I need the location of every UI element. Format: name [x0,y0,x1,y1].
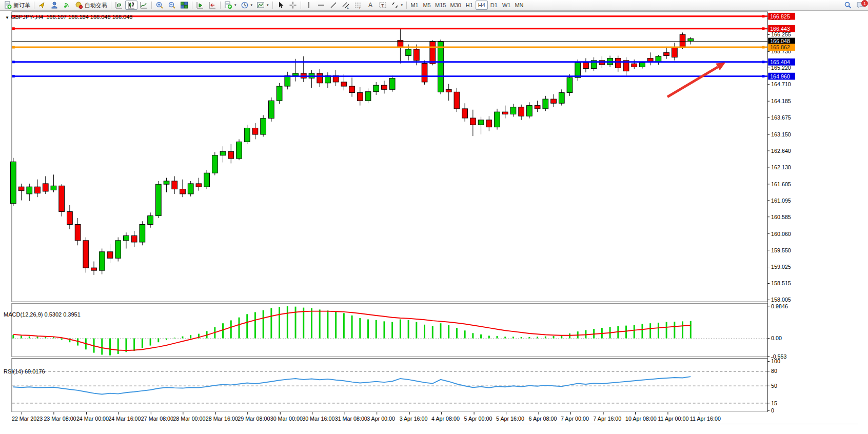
line-handle[interactable] [12,27,15,30]
price-badge-value: 166.048 [770,38,790,44]
time-axis-label: 24 Mar 00:00 [76,416,109,422]
timeframe-m1-button[interactable]: M1 [408,1,421,10]
candle [91,268,97,270]
candle [277,86,282,101]
candle [107,252,113,259]
periods-button[interactable]: ▾ [239,1,255,10]
line-handle[interactable] [12,46,15,49]
line-handle[interactable] [762,46,765,49]
zoom-in-button[interactable] [153,1,166,10]
price-axis-tick: 158.005 [771,297,791,303]
search-button[interactable] [842,1,854,10]
line-handle[interactable] [12,61,15,63]
tile-windows-button[interactable] [178,1,190,10]
crosshair-button[interactable] [287,1,299,10]
price-badge-value: 164.960 [770,73,790,80]
candle [236,142,242,159]
candle [430,42,436,64]
timeframe-w1-button[interactable]: W1 [500,1,513,10]
chevron-down-icon: ▾ [267,3,269,7]
horizontal-line-button[interactable] [315,1,327,10]
timeframe-h1-button[interactable]: H1 [463,1,476,10]
arrows-button[interactable]: ▾ [389,1,405,10]
candle [373,85,379,92]
text-button[interactable]: A [364,1,377,10]
candle [583,63,589,68]
signal-button[interactable] [61,1,73,10]
signal-icon [63,1,71,9]
toolbar-separator [406,2,407,9]
candlestick-chart-button[interactable] [125,1,137,10]
line-handle[interactable] [762,27,765,30]
price-chart-canvas[interactable]: 166.765166.255165.730165.220164.710164.1… [0,11,868,434]
vertical-line-button[interactable] [303,1,315,10]
candle [59,186,65,211]
candle [357,93,363,101]
timeframe-d1-button[interactable]: D1 [488,1,500,10]
candle [244,128,250,142]
templates-icon [257,1,265,9]
candle [148,216,153,225]
timeframe-m15-button[interactable]: M15 [433,1,448,10]
time-axis-label: 4 Apr 08:00 [431,416,460,422]
fibonacci-button[interactable]: F [352,1,364,10]
line-chart-button[interactable] [137,1,150,10]
zoom-out-button[interactable] [166,1,178,10]
line-handle[interactable] [762,61,765,63]
chart-shift-icon [208,1,216,9]
line-handle[interactable] [12,75,15,77]
price-axis-tick: 160.585 [771,214,791,220]
candle [18,187,24,191]
toolbar-separator [192,2,192,9]
new-order-button[interactable]: 新订单 [2,1,32,10]
toolbar-separator [151,2,152,9]
equidistant-channel-button[interactable]: E [340,1,352,10]
price-axis[interactable]: 166.765166.255165.730165.220164.710164.1… [767,13,795,413]
candle [567,77,573,92]
time-axis-label: 6 Apr 08:00 [529,416,557,422]
candle [688,38,694,41]
candle [67,211,73,224]
templates-button[interactable]: ▾ [254,1,271,10]
time-axis-label: 7 Apr 00:00 [561,416,589,422]
rsi-axis-tick: 50 [771,383,777,389]
timeframe-m30-button[interactable]: M30 [448,1,463,10]
candle [502,112,508,114]
candle [406,49,411,56]
auto-trading-icon [75,1,83,9]
line-handle[interactable] [762,75,765,77]
time-axis-label: 31 Mar 08:00 [335,416,367,422]
candle [155,184,161,215]
bar-chart-button[interactable] [113,1,125,10]
price-axis-tick: 161.605 [771,181,791,187]
quotes-button[interactable] [36,1,48,10]
auto-trading-button[interactable]: 自动交易 [73,1,109,10]
fibonacci-icon: F [354,1,362,9]
text-icon: A [366,1,374,9]
price-axis-tick: 159.025 [771,264,791,270]
candle [212,155,218,173]
timeframe-h4-button[interactable]: H4 [476,1,488,10]
symbol-dropdown-icon[interactable]: ▼ [5,15,9,20]
toolbar-separator [220,2,221,9]
timeframe-mn-button[interactable]: MN [512,1,525,10]
line-handle[interactable] [762,15,765,17]
price-axis-tick: 162.130 [771,164,791,170]
candle [180,189,186,194]
chat-button[interactable]: 1 [854,1,866,10]
chart-shift-button[interactable] [206,1,219,10]
profile-button[interactable] [48,1,61,10]
timeframe-m5-button[interactable]: M5 [421,1,433,10]
candle [551,99,557,103]
text-label-button[interactable]: T [377,1,389,10]
auto-scroll-button[interactable] [194,1,206,10]
trendline-button[interactable] [327,1,340,10]
indicators-icon [224,1,232,9]
indicators-button[interactable]: ▾ [222,1,239,10]
candle [422,64,427,82]
svg-text:T: T [381,3,384,8]
candle [124,235,129,240]
cursor-button[interactable] [274,1,287,10]
candle [365,92,371,101]
candle [27,187,32,194]
